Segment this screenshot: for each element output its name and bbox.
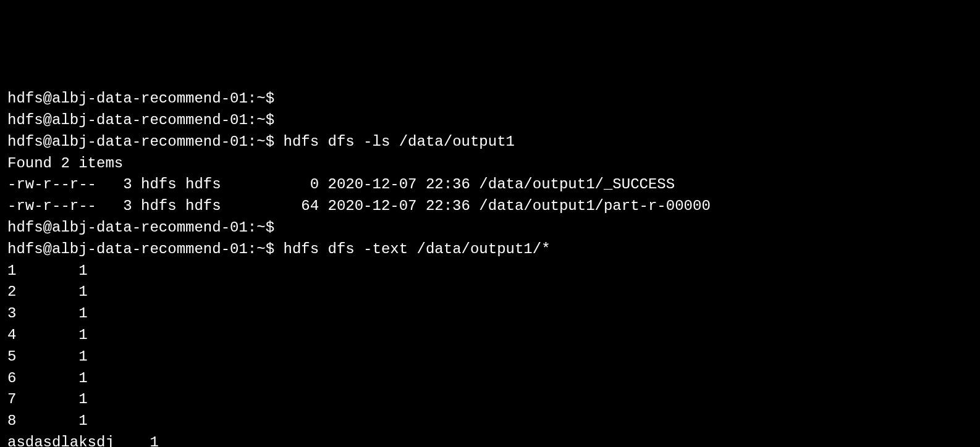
command: hdfs dfs -ls /data/output1 bbox=[274, 133, 515, 150]
output-line: -rw-r--r-- 3 hdfs hdfs 0 2020-12-07 22:3… bbox=[7, 174, 973, 196]
prompt: hdfs@albj-data-recommend-01:~$ bbox=[7, 90, 274, 107]
output-line: 8 1 bbox=[7, 411, 973, 432]
output-line: 5 1 bbox=[7, 346, 973, 368]
command: hdfs dfs -text /data/output1/* bbox=[274, 241, 550, 257]
terminal-window[interactable]: hdfs@albj-data-recommend-01:~$hdfs@albj-… bbox=[7, 88, 973, 447]
output-line: 6 1 bbox=[7, 368, 973, 390]
output-line: Found 2 items bbox=[7, 153, 973, 175]
prompt: hdfs@albj-data-recommend-01:~$ bbox=[7, 133, 274, 150]
output-line: 1 1 bbox=[7, 261, 973, 282]
prompt-line: hdfs@albj-data-recommend-01:~$ hdfs dfs … bbox=[7, 239, 973, 261]
prompt-line: hdfs@albj-data-recommend-01:~$ hdfs dfs … bbox=[7, 132, 973, 153]
output-line: 3 1 bbox=[7, 303, 973, 325]
output-line: 4 1 bbox=[7, 325, 973, 346]
prompt-line: hdfs@albj-data-recommend-01:~$ bbox=[7, 110, 973, 132]
output-line: 7 1 bbox=[7, 389, 973, 411]
output-line: asdasdlaksdj 1 bbox=[7, 432, 973, 447]
prompt-line: hdfs@albj-data-recommend-01:~$ bbox=[7, 217, 973, 239]
output-line: 2 1 bbox=[7, 282, 973, 303]
prompt: hdfs@albj-data-recommend-01:~$ bbox=[7, 219, 274, 236]
prompt: hdfs@albj-data-recommend-01:~$ bbox=[7, 241, 274, 257]
output-line: -rw-r--r-- 3 hdfs hdfs 64 2020-12-07 22:… bbox=[7, 196, 973, 217]
prompt-line: hdfs@albj-data-recommend-01:~$ bbox=[7, 88, 973, 110]
prompt: hdfs@albj-data-recommend-01:~$ bbox=[7, 112, 274, 128]
